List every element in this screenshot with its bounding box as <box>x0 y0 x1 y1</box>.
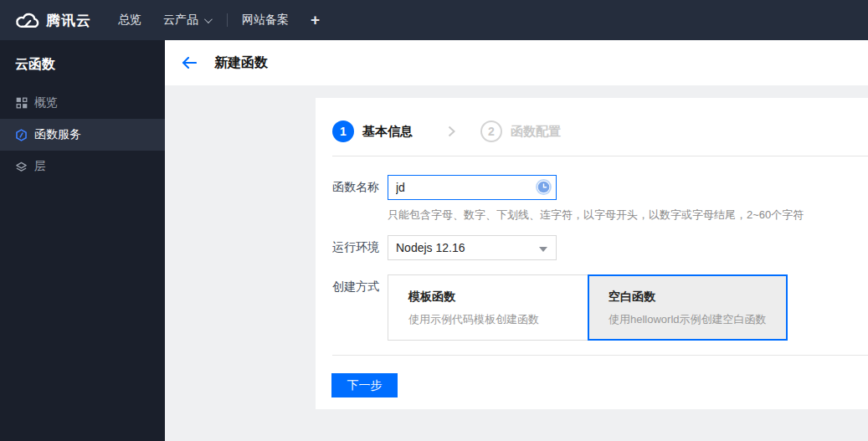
step-2-circle: 2 <box>480 121 502 142</box>
dropdown-caret-icon <box>539 247 547 252</box>
function-name-row: 函数名称 <box>332 175 557 200</box>
sidebar-item-label: 概览 <box>34 95 58 110</box>
method-card-desc: 使用示例代码模板创建函数 <box>408 312 588 327</box>
brand-name: 腾讯云 <box>46 11 91 30</box>
sidebar: 云函数 概览 函数服务 <box>0 40 165 441</box>
method-card-blank-function[interactable]: 空白函数 使用helloworld示例创建空白函数 <box>588 274 788 341</box>
step-1-circle: 1 <box>332 121 354 142</box>
tencent-cloud-logo[interactable]: 腾讯云 <box>15 11 91 30</box>
grid-icon <box>15 97 28 110</box>
runtime-selected-value: Nodejs 12.16 <box>396 241 465 254</box>
step-1-label: 基本信息 <box>362 124 413 140</box>
step-chevron-icon <box>448 126 455 137</box>
sidebar-item-layers[interactable]: 层 <box>0 151 165 182</box>
cloud-logo-icon <box>15 12 39 29</box>
method-card-template-function[interactable]: 模板函数 使用示例代码模板创建函数 <box>388 274 588 341</box>
sidebar-item-function-service[interactable]: 函数服务 <box>0 119 165 151</box>
step-2-label: 函数配置 <box>511 124 561 140</box>
chevron-down-icon <box>204 15 213 23</box>
runtime-label: 运行环境 <box>332 240 388 255</box>
function-name-help-text: 只能包含字母、数字、下划线、连字符，以字母开头，以数字或字母结尾，2~60个字符 <box>388 208 804 223</box>
runtime-row: 运行环境 Nodejs 12.16 <box>332 235 557 260</box>
nav-overview[interactable]: 总览 <box>118 13 141 28</box>
divider <box>332 355 868 356</box>
method-card-title: 空白函数 <box>609 290 786 305</box>
function-name-input[interactable] <box>388 175 557 200</box>
add-tab-button[interactable]: + <box>311 11 320 29</box>
sidebar-item-label: 层 <box>34 159 46 174</box>
clock-ime-icon <box>536 179 552 195</box>
nav-cloud-products[interactable]: 云产品 <box>163 13 210 28</box>
layers-icon <box>15 161 28 173</box>
next-step-button[interactable]: 下一步 <box>331 373 398 397</box>
step-indicator: 1 基本信息 2 函数配置 <box>332 121 561 142</box>
create-function-card: 1 基本信息 2 函数配置 函数名称 <box>316 98 868 409</box>
back-arrow-button[interactable] <box>178 52 200 74</box>
nav-divider <box>227 13 228 27</box>
scf-hexagon-icon <box>15 129 28 141</box>
nav-icp-tab[interactable]: 网站备案 <box>242 13 289 28</box>
page-header: 新建函数 <box>165 40 868 85</box>
method-card-title: 模板函数 <box>408 290 588 305</box>
sidebar-item-label: 函数服务 <box>34 127 81 142</box>
page-title: 新建函数 <box>214 54 268 72</box>
sidebar-item-overview[interactable]: 概览 <box>0 87 165 119</box>
runtime-select[interactable]: Nodejs 12.16 <box>388 235 557 260</box>
top-navbar: 腾讯云 总览 云产品 网站备案 + <box>0 0 868 40</box>
content-area: 1 基本信息 2 函数配置 函数名称 <box>165 85 868 441</box>
function-name-label: 函数名称 <box>332 180 388 195</box>
tencent-cloud-console: 腾讯云 总览 云产品 网站备案 + 云函数 概览 <box>0 0 868 441</box>
method-card-desc: 使用helloworld示例创建空白函数 <box>609 312 786 327</box>
creation-method-label: 创建方式 <box>332 279 388 295</box>
sidebar-title: 云函数 <box>0 40 165 87</box>
creation-method-row: 创建方式 模板函数 使用示例代码模板创建函数 空白函数 使用helloworld… <box>332 274 788 341</box>
divider <box>332 156 868 156</box>
